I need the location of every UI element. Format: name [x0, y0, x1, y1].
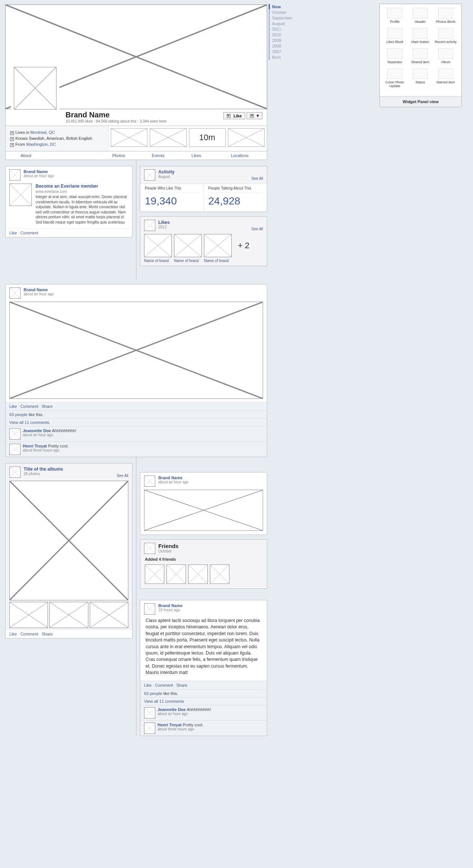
widget-shared-item[interactable]: Shared item [408, 48, 433, 64]
comment-action[interactable]: Comment [155, 683, 173, 687]
rail-item-now[interactable]: Now [269, 4, 293, 9]
share-action[interactable]: Share [42, 632, 52, 636]
likes-count[interactable]: 63 people [9, 412, 27, 417]
like-brand-3[interactable] [204, 234, 232, 257]
rail-item-august[interactable]: August [269, 21, 293, 26]
header-tile-likes-count[interactable]: 10m [189, 128, 226, 147]
story-photo[interactable] [144, 490, 263, 531]
widget-separator[interactable]: Separator [382, 48, 408, 64]
album-thumb-2[interactable] [49, 602, 88, 628]
see-all-likes[interactable]: See All [251, 227, 263, 231]
widget-starred-item[interactable]: Starred Item [433, 68, 458, 88]
like-brand-2[interactable] [174, 234, 202, 257]
friend-4[interactable] [210, 564, 229, 584]
brand-name[interactable]: Brand Name [65, 111, 167, 119]
commenter-avatar[interactable] [9, 444, 21, 455]
rail-item-september[interactable]: September [269, 15, 293, 21]
widget-photos-block[interactable]: Photos Block [433, 8, 458, 24]
brand-label-3[interactable]: Name of brand [204, 259, 232, 263]
album-title[interactable]: Title of the albums [24, 467, 63, 472]
from-link[interactable]: Washington, DC [26, 142, 56, 147]
link-thumb[interactable] [9, 184, 32, 206]
avatar[interactable] [144, 603, 155, 615]
widget-status[interactable]: Status [408, 68, 433, 88]
view-all-comments[interactable]: View all 11 comments [9, 420, 49, 425]
comment-time[interactable]: about three hours ago [23, 448, 68, 452]
brand-label-2[interactable]: Name of brand [174, 259, 202, 263]
comment-action[interactable]: Comment [20, 404, 38, 409]
comment-time[interactable]: about three hours ago [158, 727, 203, 731]
widget-album[interactable]: Album [433, 48, 458, 64]
rail-item-2007[interactable]: 2007 [269, 49, 293, 54]
avatar[interactable] [9, 169, 21, 181]
tab-likes[interactable]: Likes [188, 151, 228, 160]
lives-in-link[interactable]: Montreal, QC [30, 130, 55, 135]
story-photo[interactable] [9, 302, 263, 399]
rail-item-2011[interactable]: 2011 [269, 27, 293, 32]
header-tile-photos[interactable] [111, 128, 147, 147]
friend-3[interactable] [188, 564, 208, 584]
settings-dropdown-button[interactable]: ✕▾ [247, 112, 262, 119]
commenter-avatar[interactable] [144, 707, 155, 718]
comment-author[interactable]: Jeannette Doe [23, 428, 51, 433]
header-tile-locations[interactable] [228, 128, 265, 147]
rail-item-2010[interactable]: 2010 [269, 32, 293, 37]
commenter-avatar[interactable] [9, 428, 21, 440]
comment-time[interactable]: about an hour ago [23, 433, 76, 437]
profile-picture[interactable] [11, 64, 59, 113]
story-time[interactable]: about an hour ago [158, 480, 189, 484]
story-time[interactable]: about an hour ago [24, 292, 54, 296]
see-all-activity[interactable]: See All [251, 176, 263, 181]
story-author[interactable]: Brand Name [24, 287, 54, 292]
album-hero[interactable] [9, 481, 128, 600]
album-thumb-1[interactable] [9, 602, 48, 628]
share-action[interactable]: Share [176, 683, 187, 687]
like-action[interactable]: Like [9, 231, 17, 235]
tab-events[interactable]: Events [148, 151, 188, 160]
share-action[interactable]: Share [42, 404, 52, 409]
friend-1[interactable] [145, 564, 164, 584]
see-all-album[interactable]: See All [117, 474, 128, 478]
like-action[interactable]: Like [9, 632, 17, 636]
tab-locations[interactable]: Locations [227, 151, 267, 160]
story-author[interactable]: Brand Name [158, 475, 189, 480]
story-time[interactable]: about an hour ago [24, 174, 54, 178]
comment-author[interactable]: Henri Troyat [23, 444, 47, 448]
avatar[interactable] [9, 287, 21, 299]
comment-action[interactable]: Comment [20, 231, 38, 235]
like-button[interactable]: ✕Like [223, 112, 245, 119]
album-thumb-3[interactable] [90, 602, 128, 628]
widget-profile[interactable]: Profile [382, 8, 408, 24]
widget-recent-activity[interactable]: Recent activity [433, 28, 458, 44]
widget-header[interactable]: Header [408, 8, 433, 24]
comment-author[interactable]: Henri Troyat [158, 723, 181, 727]
link-title[interactable]: Become an Everlane member [36, 184, 128, 189]
avatar[interactable] [144, 475, 155, 487]
brand-label-1[interactable]: Name of brand [144, 259, 172, 263]
like-action[interactable]: Like [144, 683, 152, 687]
view-all-comments[interactable]: View all 11 comments [144, 699, 184, 704]
rail-item-2009[interactable]: 2009 [269, 38, 293, 43]
like-action[interactable]: Like [9, 404, 17, 409]
rail-item-born[interactable]: Born [269, 55, 293, 60]
widget-main-button[interactable]: Main button [408, 28, 433, 44]
tab-photos[interactable]: Photos [109, 151, 148, 160]
friend-2[interactable] [167, 564, 186, 584]
more-likes[interactable]: + 2 [234, 234, 253, 257]
comment-author[interactable]: Jeannette Doe [158, 707, 186, 712]
rail-item-2008[interactable]: 2008 [269, 43, 293, 49]
like-brand-1[interactable] [144, 234, 172, 257]
cover-photo[interactable] [5, 4, 267, 109]
comment-time[interactable]: about an hour ago [158, 712, 211, 716]
story-author[interactable]: Brand Name [158, 603, 183, 608]
comment-action[interactable]: Comment [20, 632, 38, 636]
commenter-avatar[interactable] [144, 723, 155, 734]
likes-count[interactable]: 63 people [144, 691, 162, 696]
rail-item-october[interactable]: October [269, 10, 293, 15]
widget-likes-block[interactable]: Likes Block [382, 28, 408, 44]
story-author[interactable]: Brand Name [24, 169, 54, 174]
story-time[interactable]: 16 hours ago [158, 608, 183, 612]
tab-about[interactable]: About [6, 151, 109, 160]
widget-cover-photo-update[interactable]: Cover Photo Update [382, 68, 408, 88]
header-tile-events[interactable] [150, 128, 186, 147]
